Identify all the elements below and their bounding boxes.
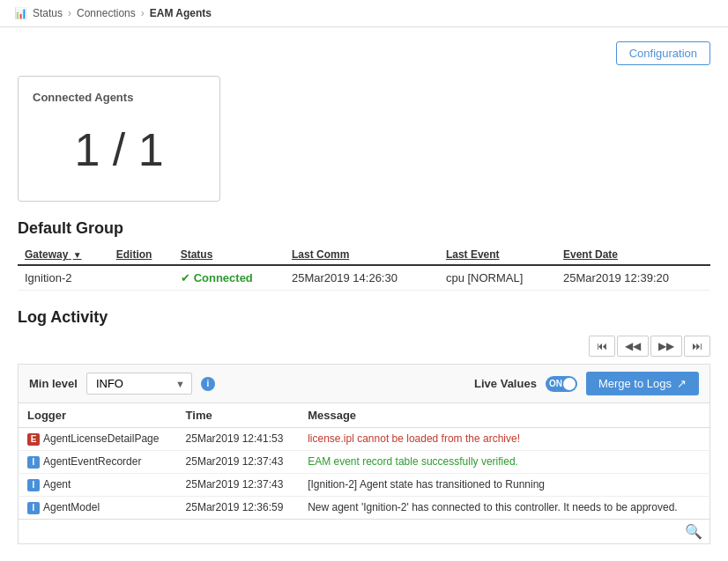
search-button[interactable]: 🔍 [685, 523, 702, 540]
log-row: EAgentLicenseDetailPage 25Mar2019 12:41:… [19, 428, 710, 451]
search-bar: 🔍 [18, 520, 710, 544]
log-row: IAgentEventRecorder 25Mar2019 12:37:43 E… [19, 451, 710, 474]
pagination-first[interactable]: ⏮ [589, 336, 615, 357]
connected-agents-card: Connected Agents 1 / 1 [18, 76, 220, 202]
merge-logs-label: Merge to Logs [598, 377, 672, 390]
merge-arrow-icon: ↗ [677, 377, 687, 390]
live-values-toggle[interactable]: ON [546, 376, 577, 392]
breadcrumb-current: EAM Agents [150, 7, 212, 19]
log-activity-section: Log Activity ⏮ ◀◀ ▶▶ ⏭ Min level INFO DE… [18, 308, 710, 544]
log-badge: I [27, 502, 40, 514]
col-status[interactable]: Status [174, 245, 285, 265]
connected-agents-value: 1 / 1 [33, 113, 205, 187]
log-row: IAgentModel 25Mar2019 12:36:59 New agent… [19, 497, 710, 520]
table-row: Ignition-2 ✔Connected 25Mar2019 14:26:30… [18, 265, 710, 291]
last-comm-cell: 25Mar2019 14:26:30 [285, 265, 439, 291]
min-level-label: Min level [29, 377, 78, 390]
log-controls: Min level INFO DEBUG WARN ERROR ▼ i Live… [18, 364, 710, 402]
event-date-cell: 25Mar2019 12:39:20 [556, 265, 710, 291]
log-time-cell: 25Mar2019 12:36:59 [177, 497, 300, 520]
info-icon[interactable]: i [201, 377, 215, 391]
log-time-cell: 25Mar2019 12:41:53 [177, 428, 300, 451]
merge-logs-button[interactable]: Merge to Logs ↗ [586, 372, 699, 395]
log-col-logger: Logger [19, 403, 177, 428]
col-gateway[interactable]: Gateway ▼ [18, 245, 109, 265]
configuration-button[interactable]: Configuration [616, 41, 710, 65]
sort-icon: ▼ [73, 250, 82, 260]
pagination-last[interactable]: ⏭ [684, 336, 710, 357]
level-select-wrap: INFO DEBUG WARN ERROR ▼ [86, 373, 192, 395]
log-activity-title: Log Activity [18, 308, 710, 327]
log-logger-cell: EAgentLicenseDetailPage [19, 428, 177, 451]
breadcrumb-connections[interactable]: Connections [77, 7, 136, 19]
log-message-cell: license.ipl cannot be loaded from the ar… [299, 428, 709, 451]
col-edition[interactable]: Edition [109, 245, 174, 265]
log-message-cell: EAM event record table successfully veri… [299, 451, 709, 474]
col-last-event[interactable]: Last Event [439, 245, 556, 265]
level-select[interactable]: INFO DEBUG WARN ERROR [86, 373, 192, 395]
breadcrumb-status[interactable]: Status [33, 7, 63, 19]
default-group-table: Gateway ▼ Edition Status Last Comm Last … [18, 245, 710, 291]
col-event-date[interactable]: Event Date [556, 245, 710, 265]
toggle-knob [563, 378, 576, 390]
log-row: IAgent 25Mar2019 12:37:43 [Ignition-2] A… [19, 474, 710, 497]
breadcrumb-icon: 📊 [14, 7, 27, 19]
main-content: Configuration Connected Agents 1 / 1 Def… [0, 27, 728, 558]
pagination-next[interactable]: ▶▶ [650, 336, 682, 357]
log-logger-cell: IAgentModel [19, 497, 177, 520]
gateway-cell: Ignition-2 [18, 265, 109, 291]
log-logger-cell: IAgent [19, 474, 177, 497]
log-time-cell: 25Mar2019 12:37:43 [177, 474, 300, 497]
log-col-time: Time [177, 403, 300, 428]
log-message-cell: [Ignition-2] Agent state has transitione… [299, 474, 709, 497]
default-group-title: Default Group [18, 219, 710, 238]
log-logger-cell: IAgentEventRecorder [19, 451, 177, 474]
toggle-on-text: ON [549, 379, 562, 388]
breadcrumb: 📊 Status › Connections › EAM Agents [0, 0, 728, 27]
toggle-switch[interactable]: ON [546, 376, 577, 392]
log-badge: I [27, 456, 40, 469]
breadcrumb-sep-2: › [141, 7, 145, 19]
breadcrumb-sep-1: › [68, 7, 71, 19]
last-event-cell: cpu [NORMAL] [439, 265, 556, 291]
top-bar: Configuration [18, 41, 710, 65]
col-last-comm[interactable]: Last Comm [285, 245, 439, 265]
log-col-message: Message [299, 403, 709, 428]
log-table: Logger Time Message EAgentLicenseDetailP… [18, 402, 710, 520]
log-message-cell: New agent 'Ignition-2' has connected to … [299, 497, 709, 520]
live-values-label: Live Values [474, 377, 537, 390]
log-time-cell: 25Mar2019 12:37:43 [177, 451, 300, 474]
pagination-bar: ⏮ ◀◀ ▶▶ ⏭ [18, 336, 710, 357]
edition-cell [109, 265, 174, 291]
log-badge: I [27, 479, 40, 491]
pagination-prev[interactable]: ◀◀ [617, 336, 649, 357]
connected-agents-title: Connected Agents [33, 91, 205, 104]
status-cell: ✔Connected [174, 265, 285, 291]
log-badge: E [27, 433, 40, 446]
